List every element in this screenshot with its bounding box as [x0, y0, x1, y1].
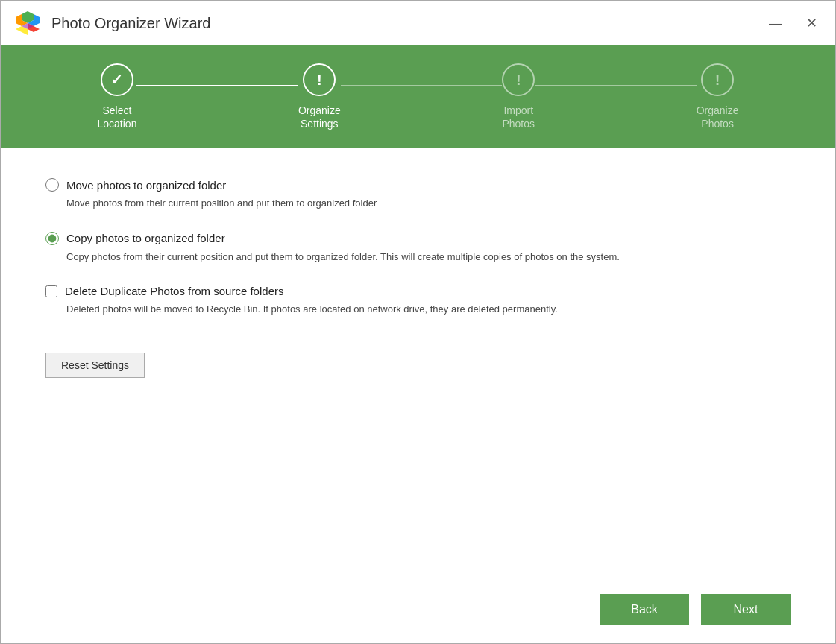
wizard-step-organize-settings: ! OrganizeSettings: [298, 63, 341, 130]
option-move-photos: Move photos to organized folder Move pho…: [45, 178, 791, 211]
footer: Back Next: [1, 582, 835, 643]
connector-3: [535, 85, 696, 86]
label-move-photos[interactable]: Move photos to organized folder: [66, 179, 226, 192]
checkbox-delete-duplicates[interactable]: [45, 285, 57, 297]
connector-1: [136, 85, 298, 86]
connector-2: [341, 85, 502, 86]
option-delete-duplicates: Delete Duplicate Photos from source fold…: [45, 285, 791, 317]
main-content: Move photos to organized folder Move pho…: [1, 148, 835, 582]
back-button[interactable]: Back: [600, 594, 689, 625]
app-title: Photo Organizer Wizard: [51, 15, 763, 32]
next-button[interactable]: Next: [701, 594, 791, 625]
step-label-1: SelectLocation: [98, 104, 137, 130]
step-label-2: OrganizeSettings: [298, 104, 341, 130]
label-copy-photos[interactable]: Copy photos to organized folder: [66, 232, 225, 244]
wizard-step-select-location: ✓ SelectLocation: [98, 63, 137, 130]
step-circle-1: ✓: [101, 63, 133, 96]
option-move-label-row: Move photos to organized folder: [45, 178, 791, 192]
wizard-steps: ✓ SelectLocation ! OrganizeSettings ! Im…: [98, 63, 739, 130]
app-logo: [13, 8, 43, 38]
wizard-step-import-photos: ! ImportPhotos: [502, 63, 535, 130]
close-button[interactable]: ✕: [800, 13, 823, 33]
wizard-header: ✓ SelectLocation ! OrganizeSettings ! Im…: [1, 45, 835, 148]
step-label-3: ImportPhotos: [502, 104, 535, 130]
minimize-button[interactable]: —: [763, 13, 788, 33]
step-circle-4: !: [701, 63, 734, 96]
title-bar: Photo Organizer Wizard — ✕: [1, 1, 835, 45]
radio-copy-photos[interactable]: [45, 232, 59, 245]
step-label-4: OrganizePhotos: [697, 104, 739, 130]
step-circle-3: !: [502, 63, 535, 96]
option-copy-label-row: Copy photos to organized folder: [45, 232, 791, 245]
option-copy-photos: Copy photos to organized folder Copy pho…: [45, 232, 791, 265]
reset-settings-button[interactable]: Reset Settings: [45, 353, 145, 378]
wizard-step-organize-photos: ! OrganizePhotos: [697, 63, 739, 130]
option-delete-label-row: Delete Duplicate Photos from source fold…: [45, 285, 791, 297]
desc-delete-duplicates: Deleted photos will be moved to Recycle …: [66, 302, 791, 317]
desc-move-photos: Move photos from their current position …: [66, 196, 791, 211]
step-circle-2: !: [303, 63, 336, 96]
radio-move-photos[interactable]: [45, 178, 59, 192]
window-controls: — ✕: [763, 13, 823, 33]
label-delete-duplicates[interactable]: Delete Duplicate Photos from source fold…: [65, 285, 283, 297]
desc-copy-photos: Copy photos from their current position …: [66, 250, 791, 265]
